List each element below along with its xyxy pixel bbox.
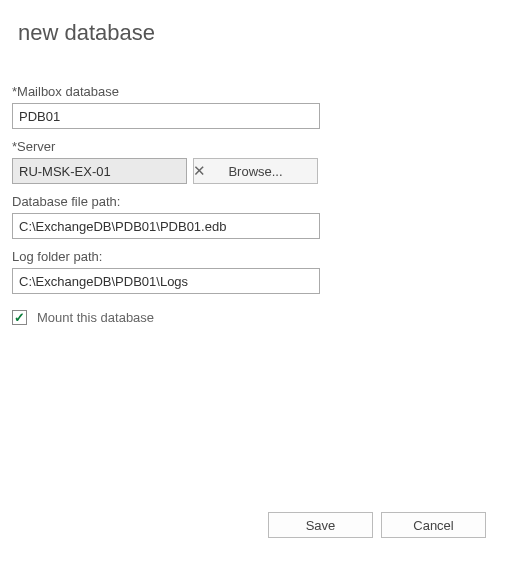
cancel-button[interactable]: Cancel — [381, 512, 486, 538]
log-folder-path-field: Log folder path: — [12, 249, 496, 294]
footer-buttons: Save Cancel — [268, 512, 486, 538]
server-field: *Server ✕ Browse... — [12, 139, 496, 184]
log-folder-path-label: Log folder path: — [12, 249, 496, 264]
server-label: *Server — [12, 139, 496, 154]
mailbox-database-field: *Mailbox database — [12, 84, 496, 129]
browse-button[interactable]: Browse... — [193, 158, 318, 184]
server-input-wrap: ✕ — [12, 158, 187, 184]
mount-checkbox-label: Mount this database — [37, 310, 154, 325]
database-file-path-label: Database file path: — [12, 194, 496, 209]
save-button[interactable]: Save — [268, 512, 373, 538]
database-file-path-field: Database file path: — [12, 194, 496, 239]
mount-checkbox-row: Mount this database — [12, 310, 496, 325]
server-input[interactable] — [13, 161, 193, 182]
page-title: new database — [18, 20, 496, 46]
mailbox-database-input[interactable] — [12, 103, 320, 129]
mount-checkbox[interactable] — [12, 310, 27, 325]
clear-server-icon[interactable]: ✕ — [193, 159, 206, 183]
database-file-path-input[interactable] — [12, 213, 320, 239]
mailbox-database-label: *Mailbox database — [12, 84, 496, 99]
log-folder-path-input[interactable] — [12, 268, 320, 294]
